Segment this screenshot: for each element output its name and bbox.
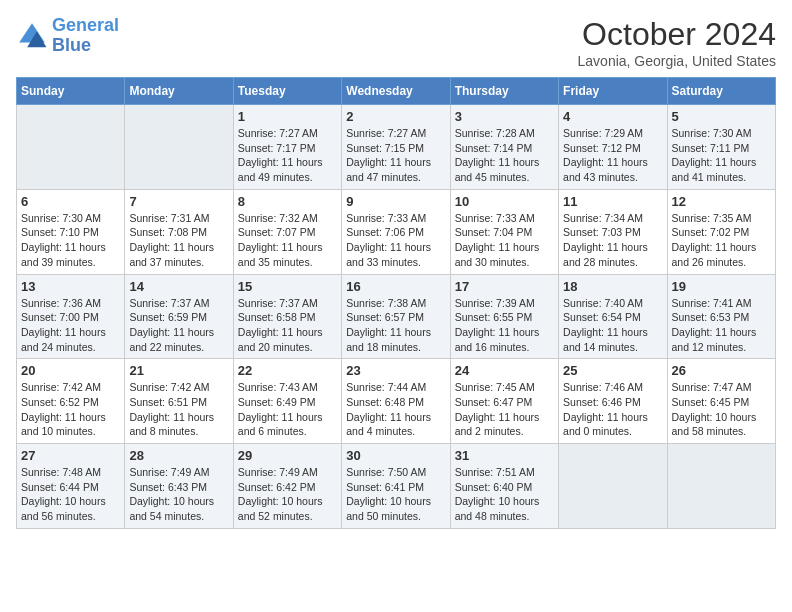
calendar-table: SundayMondayTuesdayWednesdayThursdayFrid… [16,77,776,529]
day-info: Sunrise: 7:37 AM Sunset: 6:58 PM Dayligh… [238,296,337,355]
calendar-week-row: 13Sunrise: 7:36 AM Sunset: 7:00 PM Dayli… [17,274,776,359]
day-info: Sunrise: 7:49 AM Sunset: 6:42 PM Dayligh… [238,465,337,524]
day-info: Sunrise: 7:49 AM Sunset: 6:43 PM Dayligh… [129,465,228,524]
day-number: 20 [21,363,120,378]
day-header-tuesday: Tuesday [233,78,341,105]
calendar-cell [667,444,775,529]
day-info: Sunrise: 7:30 AM Sunset: 7:11 PM Dayligh… [672,126,771,185]
logo: General Blue [16,16,119,56]
day-number: 15 [238,279,337,294]
day-header-wednesday: Wednesday [342,78,450,105]
day-info: Sunrise: 7:39 AM Sunset: 6:55 PM Dayligh… [455,296,554,355]
calendar-cell: 1Sunrise: 7:27 AM Sunset: 7:17 PM Daylig… [233,105,341,190]
day-info: Sunrise: 7:50 AM Sunset: 6:41 PM Dayligh… [346,465,445,524]
calendar-cell: 20Sunrise: 7:42 AM Sunset: 6:52 PM Dayli… [17,359,125,444]
day-info: Sunrise: 7:36 AM Sunset: 7:00 PM Dayligh… [21,296,120,355]
calendar-cell: 13Sunrise: 7:36 AM Sunset: 7:00 PM Dayli… [17,274,125,359]
day-header-friday: Friday [559,78,667,105]
day-info: Sunrise: 7:28 AM Sunset: 7:14 PM Dayligh… [455,126,554,185]
calendar-cell: 6Sunrise: 7:30 AM Sunset: 7:10 PM Daylig… [17,189,125,274]
day-number: 27 [21,448,120,463]
day-number: 16 [346,279,445,294]
day-number: 17 [455,279,554,294]
day-header-thursday: Thursday [450,78,558,105]
calendar-cell: 30Sunrise: 7:50 AM Sunset: 6:41 PM Dayli… [342,444,450,529]
calendar-week-row: 27Sunrise: 7:48 AM Sunset: 6:44 PM Dayli… [17,444,776,529]
day-number: 4 [563,109,662,124]
calendar-cell: 16Sunrise: 7:38 AM Sunset: 6:57 PM Dayli… [342,274,450,359]
day-number: 30 [346,448,445,463]
calendar-cell: 15Sunrise: 7:37 AM Sunset: 6:58 PM Dayli… [233,274,341,359]
day-info: Sunrise: 7:46 AM Sunset: 6:46 PM Dayligh… [563,380,662,439]
day-info: Sunrise: 7:32 AM Sunset: 7:07 PM Dayligh… [238,211,337,270]
calendar-cell: 14Sunrise: 7:37 AM Sunset: 6:59 PM Dayli… [125,274,233,359]
calendar-cell: 31Sunrise: 7:51 AM Sunset: 6:40 PM Dayli… [450,444,558,529]
day-number: 3 [455,109,554,124]
day-info: Sunrise: 7:33 AM Sunset: 7:04 PM Dayligh… [455,211,554,270]
calendar-cell: 18Sunrise: 7:40 AM Sunset: 6:54 PM Dayli… [559,274,667,359]
day-info: Sunrise: 7:42 AM Sunset: 6:51 PM Dayligh… [129,380,228,439]
day-header-sunday: Sunday [17,78,125,105]
title-block: October 2024 Lavonia, Georgia, United St… [578,16,776,69]
calendar-cell: 24Sunrise: 7:45 AM Sunset: 6:47 PM Dayli… [450,359,558,444]
day-number: 19 [672,279,771,294]
calendar-cell: 19Sunrise: 7:41 AM Sunset: 6:53 PM Dayli… [667,274,775,359]
day-number: 18 [563,279,662,294]
day-info: Sunrise: 7:35 AM Sunset: 7:02 PM Dayligh… [672,211,771,270]
day-number: 12 [672,194,771,209]
day-number: 1 [238,109,337,124]
location-subtitle: Lavonia, Georgia, United States [578,53,776,69]
day-info: Sunrise: 7:31 AM Sunset: 7:08 PM Dayligh… [129,211,228,270]
calendar-cell: 21Sunrise: 7:42 AM Sunset: 6:51 PM Dayli… [125,359,233,444]
day-info: Sunrise: 7:41 AM Sunset: 6:53 PM Dayligh… [672,296,771,355]
day-number: 13 [21,279,120,294]
logo-blue: Blue [52,35,91,55]
day-number: 11 [563,194,662,209]
day-info: Sunrise: 7:45 AM Sunset: 6:47 PM Dayligh… [455,380,554,439]
calendar-cell: 11Sunrise: 7:34 AM Sunset: 7:03 PM Dayli… [559,189,667,274]
day-info: Sunrise: 7:33 AM Sunset: 7:06 PM Dayligh… [346,211,445,270]
calendar-cell: 4Sunrise: 7:29 AM Sunset: 7:12 PM Daylig… [559,105,667,190]
calendar-week-row: 6Sunrise: 7:30 AM Sunset: 7:10 PM Daylig… [17,189,776,274]
calendar-cell: 2Sunrise: 7:27 AM Sunset: 7:15 PM Daylig… [342,105,450,190]
day-number: 14 [129,279,228,294]
day-number: 5 [672,109,771,124]
day-info: Sunrise: 7:30 AM Sunset: 7:10 PM Dayligh… [21,211,120,270]
calendar-cell: 26Sunrise: 7:47 AM Sunset: 6:45 PM Dayli… [667,359,775,444]
day-number: 21 [129,363,228,378]
calendar-cell: 17Sunrise: 7:39 AM Sunset: 6:55 PM Dayli… [450,274,558,359]
month-title: October 2024 [578,16,776,53]
calendar-cell [17,105,125,190]
calendar-cell: 28Sunrise: 7:49 AM Sunset: 6:43 PM Dayli… [125,444,233,529]
calendar-cell: 23Sunrise: 7:44 AM Sunset: 6:48 PM Dayli… [342,359,450,444]
day-number: 24 [455,363,554,378]
day-info: Sunrise: 7:47 AM Sunset: 6:45 PM Dayligh… [672,380,771,439]
calendar-cell [559,444,667,529]
calendar-cell: 3Sunrise: 7:28 AM Sunset: 7:14 PM Daylig… [450,105,558,190]
day-number: 31 [455,448,554,463]
calendar-cell [125,105,233,190]
day-number: 28 [129,448,228,463]
day-number: 23 [346,363,445,378]
calendar-week-row: 20Sunrise: 7:42 AM Sunset: 6:52 PM Dayli… [17,359,776,444]
calendar-cell: 10Sunrise: 7:33 AM Sunset: 7:04 PM Dayli… [450,189,558,274]
calendar-cell: 25Sunrise: 7:46 AM Sunset: 6:46 PM Dayli… [559,359,667,444]
day-info: Sunrise: 7:43 AM Sunset: 6:49 PM Dayligh… [238,380,337,439]
logo-general: General [52,15,119,35]
calendar-cell: 22Sunrise: 7:43 AM Sunset: 6:49 PM Dayli… [233,359,341,444]
day-number: 8 [238,194,337,209]
day-info: Sunrise: 7:38 AM Sunset: 6:57 PM Dayligh… [346,296,445,355]
page-header: General Blue October 2024 Lavonia, Georg… [16,16,776,69]
day-number: 6 [21,194,120,209]
day-number: 22 [238,363,337,378]
logo-icon [16,20,48,52]
day-info: Sunrise: 7:34 AM Sunset: 7:03 PM Dayligh… [563,211,662,270]
calendar-cell: 12Sunrise: 7:35 AM Sunset: 7:02 PM Dayli… [667,189,775,274]
day-header-monday: Monday [125,78,233,105]
calendar-cell: 29Sunrise: 7:49 AM Sunset: 6:42 PM Dayli… [233,444,341,529]
day-info: Sunrise: 7:29 AM Sunset: 7:12 PM Dayligh… [563,126,662,185]
calendar-header-row: SundayMondayTuesdayWednesdayThursdayFrid… [17,78,776,105]
calendar-cell: 7Sunrise: 7:31 AM Sunset: 7:08 PM Daylig… [125,189,233,274]
day-info: Sunrise: 7:40 AM Sunset: 6:54 PM Dayligh… [563,296,662,355]
day-info: Sunrise: 7:44 AM Sunset: 6:48 PM Dayligh… [346,380,445,439]
